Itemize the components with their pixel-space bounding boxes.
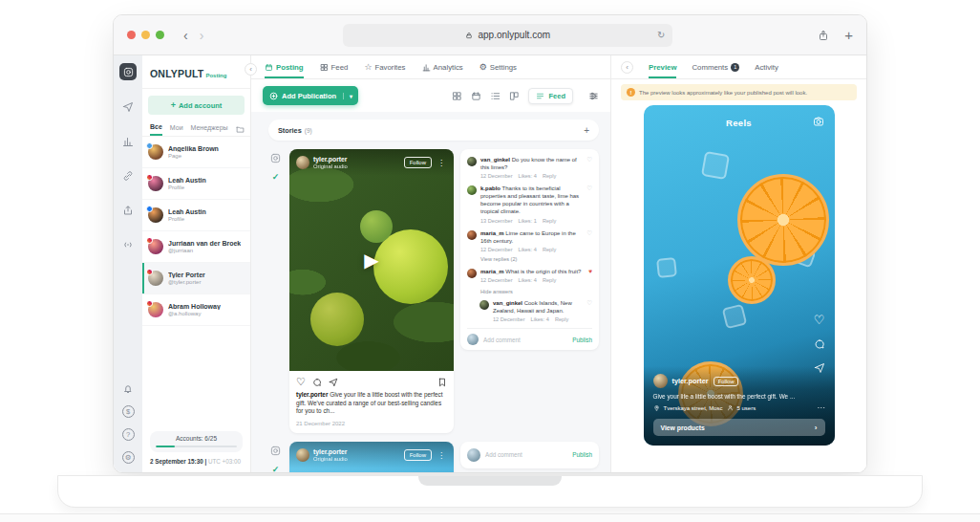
add-account-button[interactable]: + Add account — [148, 96, 245, 115]
broadcast-icon[interactable] — [122, 239, 134, 250]
notifications-bell-icon[interactable] — [122, 383, 134, 395]
avatar — [467, 230, 477, 240]
reload-icon[interactable]: ↻ — [657, 30, 665, 40]
reel-overlay: tyler.porter Follow Give your life a lit… — [644, 366, 835, 446]
follow-button[interactable]: Follow — [404, 157, 432, 168]
link-icon[interactable] — [122, 170, 134, 182]
post-username[interactable]: tyler.porter — [313, 156, 348, 163]
approved-check-icon[interactable]: ✓ — [272, 465, 280, 473]
export-icon[interactable] — [122, 205, 134, 216]
location-text[interactable]: Tverskaya street, Mosc — [664, 405, 723, 411]
view-replies-link[interactable]: View replies (2) — [480, 256, 592, 262]
tab-preview[interactable]: Preview — [649, 55, 676, 78]
like-icon[interactable]: ♡ — [814, 314, 825, 326]
post-card[interactable]: tyler.porter Original audio Follow ⋮ — [289, 442, 454, 473]
account-row[interactable]: Leah AustinProfile — [142, 200, 250, 231]
tab-settings[interactable]: ⚙ Settings — [479, 55, 517, 78]
gear-icon: ⚙ — [479, 63, 487, 72]
post-video-thumbnail[interactable]: tyler.porter Original audio Follow ⋮ ▶ — [289, 149, 454, 371]
publish-button[interactable]: Publish — [572, 337, 592, 343]
comment-icon[interactable] — [312, 378, 322, 387]
grid-view-icon[interactable] — [452, 91, 462, 101]
hide-answers-link[interactable]: Hide answers — [480, 289, 592, 294]
account-row[interactable]: Abram Holloway@a.holloway — [142, 294, 250, 326]
filters-icon[interactable] — [588, 91, 599, 101]
post-card[interactable]: tyler.porter Original audio Follow ⋮ ▶ ♡ — [289, 149, 454, 433]
post-username[interactable]: tyler.porter — [313, 448, 348, 456]
calendar-view-icon[interactable] — [471, 91, 481, 101]
more-options-icon[interactable]: ⋮ — [436, 451, 447, 460]
avatar — [467, 448, 480, 462]
avatar — [148, 302, 163, 317]
board-view-icon[interactable] — [509, 91, 520, 101]
preview-username[interactable]: tyler.porter — [672, 377, 709, 385]
comment-icon[interactable] — [814, 338, 825, 350]
feed-view-button[interactable]: Feed — [528, 88, 573, 104]
minimize-window-button[interactable] — [141, 31, 150, 39]
warning-icon: ! — [627, 88, 635, 97]
like-comment-icon[interactable]: ♡ — [586, 185, 592, 223]
tab-all-accounts[interactable]: Все — [150, 123, 162, 136]
publish-button[interactable]: Publish — [572, 451, 592, 458]
more-options-icon[interactable]: ⋮ — [436, 159, 447, 167]
add-comment-input[interactable]: Add comment — [485, 451, 567, 458]
tab-feed[interactable]: Feed — [320, 55, 349, 78]
like-icon[interactable]: ♡ — [296, 377, 306, 387]
zoom-window-button[interactable] — [156, 31, 164, 39]
tab-analytics[interactable]: Analytics — [422, 55, 463, 78]
approved-check-icon[interactable]: ✓ — [272, 172, 280, 182]
browser-forward-button[interactable]: › — [194, 29, 210, 42]
add-publication-button[interactable]: Add Publication ▾ — [263, 86, 358, 105]
follow-button[interactable]: Follow — [404, 449, 432, 461]
tab-managers[interactable]: Менеджеры — [191, 124, 228, 135]
tagged-users[interactable]: 5 users — [737, 405, 756, 411]
send-icon[interactable] — [122, 101, 134, 113]
settings-circle-icon[interactable]: ⚙ — [122, 451, 135, 464]
liked-comment-icon[interactable]: ♥ — [588, 268, 592, 283]
camera-icon[interactable] — [813, 116, 824, 127]
reply-link[interactable]: Reply — [543, 173, 556, 179]
browser-back-button[interactable]: ‹ — [178, 29, 194, 42]
account-row[interactable]: Leah AustinProfile — [142, 168, 250, 200]
tab-posting[interactable]: Posting — [265, 55, 304, 78]
help-icon[interactable]: ? — [122, 428, 135, 441]
reply-link[interactable]: Reply — [555, 316, 568, 322]
main-content: Posting Feed ☆ Favorites Analytics ⚙ Set… — [251, 55, 610, 473]
share-post-icon[interactable] — [329, 378, 338, 387]
billing-icon[interactable]: $ — [122, 405, 135, 418]
like-comment-icon[interactable]: ♡ — [586, 299, 592, 322]
post-video-thumbnail[interactable]: tyler.porter Original audio Follow ⋮ — [289, 442, 454, 473]
tab-activity[interactable]: Activity — [755, 55, 778, 78]
folder-icon[interactable] — [236, 125, 245, 134]
close-window-button[interactable] — [127, 31, 136, 39]
address-bar[interactable]: app.onlypult.com ↻ — [343, 24, 672, 47]
tab-favorites[interactable]: ☆ Favorites — [364, 55, 405, 78]
add-story-icon[interactable]: + — [584, 125, 589, 136]
follow-button[interactable]: Follow — [714, 377, 739, 386]
list-view-icon[interactable] — [490, 91, 501, 101]
account-row[interactable]: Angelika BrownPage — [142, 137, 250, 168]
reply-link[interactable]: Reply — [543, 247, 556, 252]
add-comment-input[interactable]: Add comment — [483, 337, 567, 343]
analytics-icon[interactable] — [122, 136, 134, 147]
share-icon[interactable] — [818, 30, 829, 41]
view-products-button[interactable]: View products › — [653, 419, 825, 436]
like-comment-icon[interactable]: ♡ — [586, 229, 592, 252]
more-options-icon[interactable]: ⋯ — [818, 403, 825, 412]
tab-comments[interactable]: Comments1 — [692, 55, 739, 78]
tab-my-accounts[interactable]: Мои — [170, 124, 183, 135]
account-row[interactable]: Jurriaan van der Broek@jurriaan — [142, 231, 250, 263]
account-row-selected[interactable]: Tyler Porter@tyler.porter — [142, 263, 250, 294]
instagram-app-icon[interactable] — [119, 63, 137, 80]
laptop-notch — [418, 476, 562, 486]
play-icon[interactable]: ▶ — [364, 249, 378, 272]
panel-collapse-button[interactable]: ‹ — [621, 61, 633, 74]
new-tab-icon[interactable]: + — [844, 28, 853, 42]
reply-link[interactable]: Reply — [543, 277, 556, 283]
add-publication-dropdown[interactable]: ▾ — [343, 93, 358, 99]
reply-link[interactable]: Reply — [543, 218, 556, 224]
stories-bar[interactable]: Stories (9) + — [268, 120, 599, 141]
sidebar-collapse-button[interactable]: ‹ — [245, 63, 257, 76]
like-comment-icon[interactable]: ♡ — [586, 156, 592, 179]
bookmark-icon[interactable] — [437, 378, 447, 387]
